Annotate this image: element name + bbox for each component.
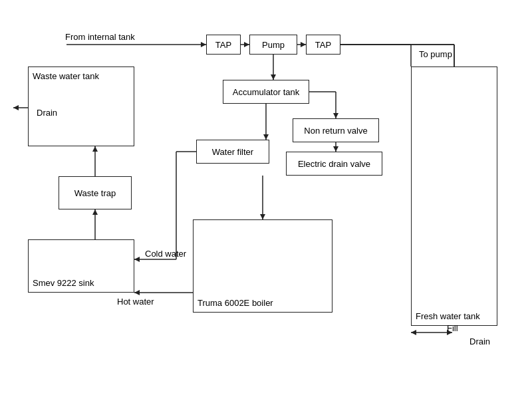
waste-water-tank-label: Waste water tank xyxy=(33,71,99,81)
water-filter-box: Water filter xyxy=(196,140,269,164)
drain2-label: Drain xyxy=(469,336,490,346)
electric-drain-valve-box: Electric drain valve xyxy=(286,152,382,176)
fresh-water-tank-box: Fresh water tank xyxy=(411,66,497,326)
fresh-water-tank-label: Fresh water tank xyxy=(416,311,480,321)
waste-trap-box: Waste trap xyxy=(59,176,132,209)
fill-label: Fill xyxy=(447,323,458,333)
drain-label: Drain xyxy=(37,108,57,118)
truma-boiler-label: Truma 6002E boiler xyxy=(198,298,273,308)
non-return-valve-label: Non return valve xyxy=(304,126,367,136)
smev-sink-box: Smev 9222 sink xyxy=(28,239,134,293)
hot-water-label: Hot water xyxy=(117,297,154,307)
from-internal-tank-label: From internal tank xyxy=(65,32,135,42)
electric-drain-valve-label: Electric drain valve xyxy=(298,159,370,169)
pump-box: Pump xyxy=(249,35,297,55)
to-pump-label: To pump xyxy=(419,49,452,59)
accumulator-box: Accumulator tank xyxy=(223,80,309,104)
tap1-label: TAP xyxy=(215,40,231,50)
smev-sink-label: Smev 9222 sink xyxy=(33,278,94,288)
waste-trap-label: Waste trap xyxy=(74,188,116,198)
non-return-valve-box: Non return valve xyxy=(293,118,379,142)
tap1-box: TAP xyxy=(206,35,241,55)
accumulator-label: Accumulator tank xyxy=(233,87,299,97)
pump-label: Pump xyxy=(262,40,285,50)
tap2-box: TAP xyxy=(306,35,340,55)
tap2-label: TAP xyxy=(315,40,331,50)
truma-boiler-box: Truma 6002E boiler xyxy=(193,219,332,313)
waste-water-tank-box: Waste water tank xyxy=(28,66,134,146)
water-filter-label: Water filter xyxy=(212,147,253,157)
cold-water-label: Cold water xyxy=(145,249,186,259)
diagram: TAP Pump TAP Accumulator tank Non return… xyxy=(0,0,532,399)
